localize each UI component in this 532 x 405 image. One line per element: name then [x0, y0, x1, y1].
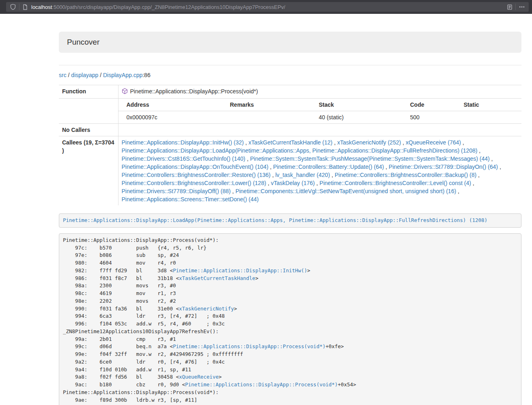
code-symbol-link[interactable]: Pinetime::Applications::DisplayApp::Init… [173, 267, 307, 274]
code-symbol-link[interactable]: xTaskGetCurrentTaskHandle [179, 275, 255, 281]
callee-link[interactable]: xQueueReceive (764) [406, 139, 461, 146]
code-text: 9a2: 6ce0 ldr r0, [r4, #76] ; 0x4c [63, 359, 225, 365]
callee-separator: , [315, 180, 320, 186]
callee-link[interactable]: xTaskGenericNotify (252) [337, 139, 401, 146]
code-text: +0xfe> [325, 343, 344, 349]
callee-link[interactable]: Pinetime::Drivers::St7789::DisplayOn() (… [389, 164, 498, 170]
code-symbol-link[interactable]: Pinetime::Applications::DisplayApp::Proc… [185, 381, 338, 388]
code-line: 996: f104 053c add.w r5, r4, #60 ; 0x3c [63, 320, 517, 328]
code-text: 97c: b570 push {r4, r5, r6, lr} [63, 245, 207, 251]
callee-link[interactable]: Pinetime::Controllers::BrightnessControl… [122, 172, 271, 178]
code-symbol-link[interactable]: xTaskGenericNotify [179, 306, 234, 312]
callee-link[interactable]: Pinetime::Applications::DisplayApp::Load… [122, 147, 478, 154]
code-symbol-link[interactable]: xQueueReceive [179, 374, 219, 380]
code-text: 98a: 2300 movs r3, #0 [63, 282, 176, 289]
callee-link[interactable]: Pinetime::Applications::DisplayApp::OnTo… [122, 164, 269, 170]
callee-link[interactable]: Pinetime::Controllers::Battery::Update()… [273, 164, 384, 170]
code-text: 994: 6ca3 ldr r3, [r4, #72] ; 0x48 [63, 313, 225, 319]
callee-link[interactable]: Pinetime::Applications::DisplayApp::Init… [122, 139, 244, 146]
callee-link[interactable]: Pinetime::Components::LittleVgl::SetNewT… [235, 188, 456, 194]
callee-separator: , [330, 172, 335, 178]
metrics-row-spacer [59, 99, 118, 124]
remarks-value [222, 111, 311, 124]
code-line: 99a: 2b01 cmp r3, #1 [63, 336, 517, 343]
callee-separator: , [490, 155, 493, 162]
callee-separator: , [246, 155, 250, 162]
code-line: 982: f7ff fd29 bl 3d8 <Pinetime::Applica… [63, 267, 517, 275]
metrics-value-row: 0x0000097c 40 (static) 500 [118, 111, 522, 124]
more-options-icon[interactable] [519, 4, 525, 10]
code-line: 97c: b570 push {r4, r5, r6, lr} [63, 244, 517, 252]
code-text: 9ac: b180 cbz r0, 9d0 < [63, 381, 185, 388]
cube-icon [122, 88, 128, 96]
code-text: _ZN8Pinetime12Applications10DisplayApp7R… [63, 328, 219, 334]
col-header-stack: Stack [311, 99, 402, 111]
breadcrumb-link-file[interactable]: DisplayApp.cpp [103, 72, 142, 78]
callee-link[interactable]: lv_task_handler (420) [275, 172, 330, 178]
callee-link[interactable]: xTaskGetCurrentTaskHandle (12) [248, 139, 332, 146]
shield-icon[interactable] [10, 4, 16, 10]
code-line: 9ae: f89d 300b ldrb.w r3, [sp, #11] [63, 396, 517, 404]
page-icon[interactable] [22, 4, 28, 10]
code-symbol-link[interactable]: Pinetime::Applications::DisplayApp::Proc… [173, 343, 325, 349]
callees-list: Pinetime::Applications::DisplayApp::Init… [118, 136, 521, 206]
code-text: 99e: f04f 32ff mov.w r2, #4294967295 ; 0… [63, 351, 243, 357]
callees-label: Callees (19, Σ=3704 ) [59, 136, 118, 206]
code-text: +0x54> [338, 381, 356, 388]
code-text: 986: f031 f8c7 bl 31b18 < [63, 275, 179, 281]
address-value: 0x0000097c [118, 111, 222, 124]
callee-link[interactable]: Pinetime::Controllers::BrightnessControl… [122, 180, 266, 186]
code-line: 980: 4604 mov r4, r0 [63, 259, 517, 267]
reader-view-icon[interactable] [507, 4, 513, 10]
callee-link[interactable]: Pinetime::Applications::Screens::Timer::… [122, 196, 259, 202]
callee-separator: , [461, 139, 464, 146]
url-text[interactable]: localhost:5000/path/src/displayapp/Displ… [31, 4, 507, 10]
callers-row: No Callers [59, 124, 521, 136]
code-text: 996: f104 053c add.w r5, r4, #60 ; 0x3c [63, 321, 225, 327]
callee-link[interactable]: Pinetime::Drivers::Cst816S::GetTouchInfo… [122, 155, 246, 162]
divider [515, 4, 516, 10]
callee-separator: , [384, 164, 389, 170]
callee-separator: , [477, 147, 480, 154]
breadcrumb-link-src[interactable]: src [59, 72, 67, 78]
page-container: Puncover src / displayapp / DisplayApp.c… [59, 32, 521, 405]
col-header-remarks: Remarks [222, 99, 311, 111]
code-text: > [234, 306, 237, 312]
code-text: 990: f031 fa36 bl 31e00 < [63, 306, 179, 312]
callers-cell [118, 124, 521, 136]
stack-value: 40 (static) [311, 111, 402, 124]
callee-separator: , [456, 188, 459, 194]
callee-link[interactable]: Pinetime::System::SystemTask::PushMessag… [250, 155, 490, 162]
disassembly-box: Pinetime::Applications::DisplayApp::Proc… [59, 233, 521, 405]
breadcrumb: src / displayapp / DisplayApp.cpp:86 [59, 71, 521, 79]
code-line: 994: 6ca3 ldr r3, [r4, #72] ; 0x48 [63, 312, 517, 320]
symbol-details-table: Function Pinetime::Applications::Display… [59, 85, 521, 205]
callee-separator: , [271, 172, 276, 178]
callee-link[interactable]: Pinetime::Drivers::St7789::DisplayOff() … [122, 188, 231, 194]
callee-link[interactable]: Pinetime::Controllers::BrightnessControl… [319, 180, 471, 186]
code-text: 9ae: f89d 300b ldrb.w r3, [sp, #11] [63, 397, 197, 403]
no-callers-label: No Callers [59, 124, 118, 136]
code-line: 9a8: f02f fd56 bl 30458 <xQueueReceive> [63, 373, 517, 381]
divider [59, 65, 521, 65]
code-text: Pinetime::Applications::DisplayApp::Proc… [63, 389, 219, 395]
code-line: 97e: b086 sub sp, #24 [63, 252, 517, 259]
code-line: 990: f031 fa36 bl 31e00 <xTaskGenericNot… [63, 305, 517, 313]
breadcrumb-link-displayapp[interactable]: displayapp [71, 72, 98, 78]
highlighted-symbol-link[interactable]: Pinetime::Applications::DisplayApp::Load… [63, 217, 487, 223]
code-line: 99c: d06d beq.n a7a <Pinetime::Applicati… [63, 343, 517, 351]
code-text: > [255, 275, 258, 281]
code-line: 98c: 4619 mov r1, r3 [63, 290, 517, 297]
callee-separator: , [476, 172, 480, 178]
code-line: Pinetime::Applications::DisplayApp::Proc… [63, 237, 517, 244]
code-line: 98a: 2300 movs r3, #0 [63, 282, 517, 290]
code-size-value: 500 [402, 111, 456, 124]
code-line: 9a2: 6ce0 ldr r0, [r4, #76] ; 0x4c [63, 358, 517, 366]
browser-toolbar: localhost:5000/path/src/displayapp/Displ… [0, 0, 532, 14]
code-text: 99a: 2b01 cmp r3, #1 [63, 336, 176, 342]
callee-link[interactable]: vTaskDelay (176) [271, 180, 315, 186]
url-bar[interactable]: localhost:5000/path/src/displayapp/Displ… [6, 2, 529, 12]
callee-link[interactable]: Pinetime::Controllers::BrightnessControl… [335, 172, 476, 178]
code-line: _ZN8Pinetime12Applications10DisplayApp7R… [63, 328, 517, 336]
code-text: 99c: d06d beq.n a7a < [63, 343, 173, 349]
